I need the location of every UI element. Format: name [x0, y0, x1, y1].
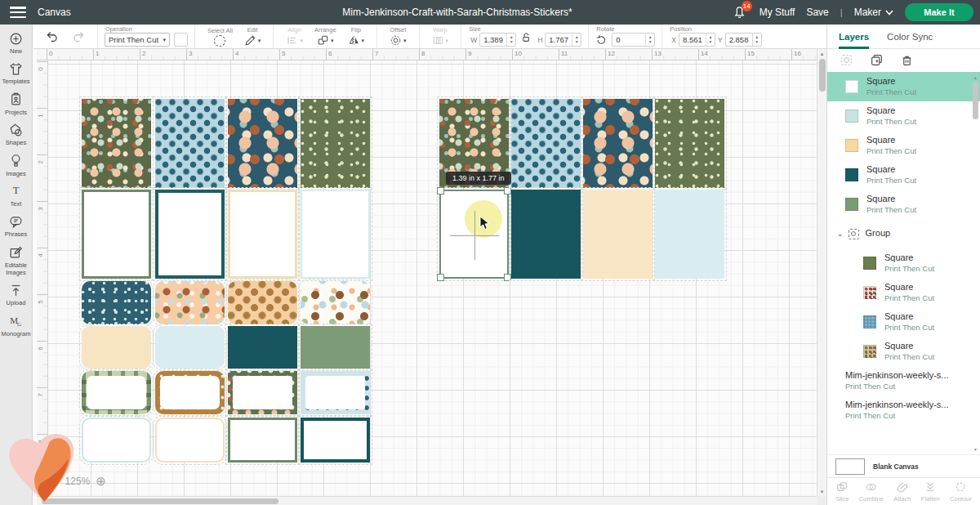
scroll-down-icon[interactable]: ▼ — [972, 445, 979, 453]
layer-row[interactable]: ⌄ Square Print Then Cut — [827, 160, 980, 190]
flip-button[interactable]: Flip ▾ — [348, 26, 365, 47]
sticker-tile[interactable] — [155, 190, 225, 279]
layer-row[interactable]: ⌄ Square Print Then Cut — [827, 337, 980, 366]
redo-icon[interactable] — [72, 29, 86, 43]
rotate-stepper[interactable]: 0▲▼ — [612, 33, 655, 47]
layer-row[interactable]: ⌄ Square Print Then Cut — [827, 307, 980, 337]
operation-color-swatch[interactable] — [174, 33, 188, 47]
delete-button[interactable] — [901, 54, 913, 66]
width-stepper[interactable]: 1.389▲▼ — [479, 33, 516, 47]
sidebar-item-images[interactable]: Images — [0, 153, 33, 177]
sticker-tile[interactable] — [228, 418, 297, 463]
sticker-tile[interactable] — [301, 418, 370, 463]
attach-button[interactable]: Attach — [893, 481, 911, 503]
sticker-tile[interactable] — [155, 99, 225, 188]
scroll-up-icon[interactable]: ▲ — [817, 49, 826, 58]
layer-row[interactable]: ⌄ Mim-jenkinson-weekly-s... Print Then C… — [827, 366, 980, 396]
sticker-tile[interactable] — [301, 371, 370, 414]
scroll-up-icon[interactable]: ▲ — [972, 74, 979, 81]
sticker-tile[interactable] — [655, 99, 724, 188]
canvas-horizontal-scrollbar[interactable] — [37, 496, 817, 505]
scrollbar-thumb[interactable] — [973, 82, 978, 119]
select-all-button[interactable]: Select All — [207, 27, 233, 47]
sticker-tile[interactable] — [228, 371, 297, 414]
sidebar-item-new[interactable]: New — [0, 30, 33, 55]
layer-list-scrollbar[interactable]: ▲ ▼ — [972, 74, 979, 453]
sidebar-item-upload[interactable]: Upload — [0, 282, 33, 306]
height-stepper[interactable]: 1.767▲▼ — [545, 33, 581, 47]
sticker-tile[interactable] — [82, 99, 151, 188]
sticker-tile[interactable] — [301, 326, 370, 369]
sticker-tile[interactable] — [301, 99, 370, 188]
sticker-tile[interactable] — [583, 190, 653, 279]
design-grid[interactable]: 1.39 in x 1.77 in — [48, 60, 817, 496]
selection-handle[interactable] — [504, 274, 511, 281]
scroll-down-icon[interactable]: ▼ — [817, 487, 826, 496]
position-x-stepper[interactable]: 8.561▲▼ — [679, 33, 715, 47]
zoom-out-button[interactable]: ⊖ — [49, 474, 60, 489]
selection-handle[interactable] — [504, 187, 511, 194]
combine-button[interactable]: Combine — [859, 481, 884, 503]
make-it-button[interactable]: Make It — [905, 3, 973, 21]
chevron-down-icon[interactable]: ⌄ — [837, 229, 859, 239]
offset-button[interactable]: Offset ▾ — [390, 26, 407, 47]
sidebar-item-editable-images[interactable]: Editable Images — [0, 244, 33, 277]
blank-canvas-row[interactable]: Blank Canvas — [827, 454, 980, 477]
sidebar-item-templates[interactable]: Templates — [0, 60, 33, 85]
align-button[interactable]: Align ▾ — [286, 26, 303, 47]
position-y-stepper[interactable]: 2.858▲▼ — [725, 33, 762, 47]
sticker-tile[interactable] — [655, 190, 724, 279]
duplicate-button[interactable] — [871, 54, 883, 66]
selection-handle[interactable] — [437, 187, 444, 194]
layer-row[interactable]: ⌄ Square Print Then Cut — [827, 278, 980, 307]
layer-row[interactable]: ⌄ Square Print Then Cut — [827, 190, 980, 219]
undo-icon[interactable] — [45, 29, 59, 43]
flatten-button[interactable]: Flatten — [921, 481, 940, 503]
my-stuff-link[interactable]: My Stuff — [760, 7, 795, 18]
lock-open-icon[interactable] — [521, 32, 532, 42]
sticker-tile[interactable] — [82, 371, 151, 414]
sticker-tile[interactable] — [82, 326, 151, 369]
sticker-tile[interactable] — [155, 418, 225, 463]
sticker-tile[interactable] — [155, 281, 225, 324]
layer-row[interactable]: ⌄ Mim-jenkinson-weekly-s... Print Then C… — [827, 396, 980, 425]
selection-handle[interactable] — [437, 274, 444, 281]
rotate-icon[interactable] — [595, 34, 607, 46]
sticker-tile[interactable] — [511, 190, 581, 279]
layer-row[interactable]: ⌄ Square Print Then Cut — [827, 131, 980, 160]
sticker-tile[interactable] — [82, 281, 151, 324]
save-link[interactable]: Save — [806, 7, 828, 18]
sticker-tile[interactable] — [228, 190, 297, 279]
sticker-tile[interactable] — [82, 418, 151, 463]
operation-dropdown[interactable]: Print Then Cut▾ — [105, 33, 170, 47]
hamburger-menu-icon[interactable] — [10, 7, 26, 18]
slice-button[interactable]: Slice — [835, 481, 849, 503]
sidebar-item-shapes[interactable]: Shapes — [0, 122, 33, 146]
zoom-in-button[interactable]: ⊕ — [96, 474, 106, 489]
layer-row[interactable]: ⌄ Group — [827, 219, 980, 248]
sticker-tile[interactable] — [155, 371, 225, 414]
sticker-tile[interactable] — [82, 190, 151, 279]
layer-row[interactable]: ⌄ Square Print Then Cut — [827, 101, 980, 131]
layer-row[interactable]: ⌄ Square Print Then Cut — [827, 248, 980, 278]
warp-button[interactable]: Warp ▾ — [432, 26, 449, 47]
sticker-tile[interactable] — [228, 99, 297, 188]
notifications-bell-icon[interactable]: 14 — [732, 4, 748, 20]
group-button[interactable] — [840, 54, 853, 66]
machine-select[interactable]: Maker — [854, 7, 893, 18]
sticker-tile[interactable] — [155, 326, 225, 369]
sticker-tile[interactable] — [228, 281, 297, 324]
sticker-tile[interactable] — [583, 99, 653, 188]
tab-layers[interactable]: Layers — [839, 25, 869, 49]
scrollbar-thumb[interactable] — [42, 498, 278, 504]
sidebar-item-monogram[interactable]: MG Monogram — [0, 313, 33, 337]
sticker-tile[interactable] — [301, 190, 370, 279]
sticker-tile[interactable] — [301, 281, 370, 324]
sidebar-item-phrases[interactable]: Phrases — [0, 213, 33, 238]
tab-color-sync[interactable]: Color Sync — [887, 25, 933, 49]
contour-button[interactable]: Contour — [950, 481, 972, 503]
sticker-tile[interactable] — [228, 326, 297, 369]
edit-button[interactable]: Edit ▾ — [244, 26, 261, 47]
canvas-vertical-scrollbar[interactable]: ▲ ▼ — [817, 49, 826, 496]
sidebar-item-projects[interactable]: Projects — [0, 92, 33, 116]
